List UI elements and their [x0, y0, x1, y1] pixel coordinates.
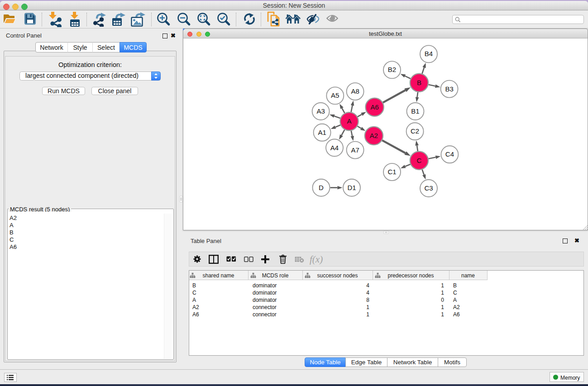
svg-text:C4: C4 [445, 150, 454, 158]
svg-text:C1: C1 [387, 168, 396, 176]
svg-text:B: B [417, 79, 421, 86]
svg-text:C2: C2 [411, 127, 419, 135]
svg-text:A4: A4 [330, 144, 339, 152]
svg-text:A8: A8 [351, 87, 359, 95]
svg-text:B2: B2 [388, 66, 396, 73]
svg-text:A1: A1 [318, 129, 326, 136]
svg-text:C3: C3 [424, 184, 433, 192]
svg-text:A3: A3 [316, 107, 325, 115]
svg-text:A: A [347, 117, 351, 125]
svg-text:B1: B1 [411, 107, 419, 115]
svg-text:A2: A2 [370, 132, 378, 139]
svg-text:D1: D1 [347, 184, 356, 191]
svg-text:A6: A6 [370, 103, 378, 111]
svg-text:B4: B4 [425, 50, 433, 57]
svg-text:B3: B3 [445, 85, 453, 93]
svg-text:A5: A5 [331, 91, 339, 99]
svg-text:A7: A7 [351, 146, 359, 154]
svg-text:D: D [319, 184, 324, 191]
svg-text:C: C [416, 157, 421, 164]
